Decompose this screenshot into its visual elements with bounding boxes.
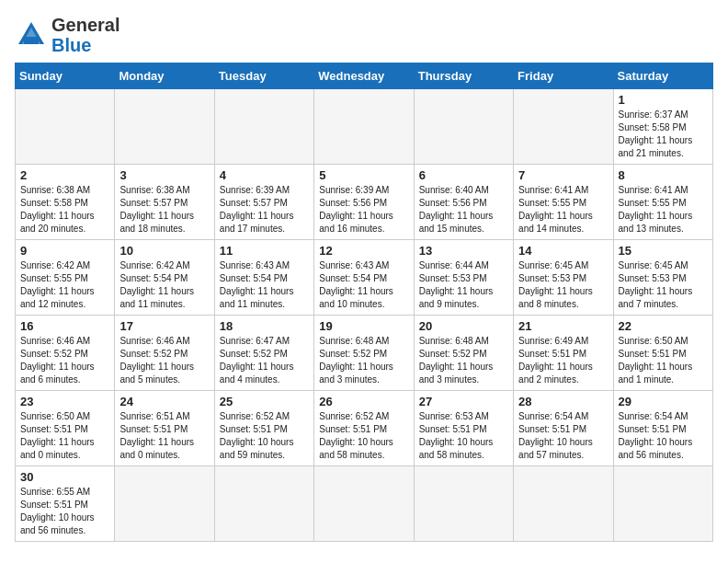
day-info: Sunrise: 6:37 AM Sunset: 5:58 PM Dayligh… (619, 109, 708, 160)
day-number: 8 (619, 168, 708, 182)
calendar-cell: 15Sunrise: 6:45 AM Sunset: 5:53 PM Dayli… (613, 240, 712, 316)
day-number: 16 (20, 319, 109, 333)
calendar-cell (514, 466, 613, 542)
calendar-header-row: SundayMondayTuesdayWednesdayThursdayFrid… (16, 63, 713, 89)
day-info: Sunrise: 6:46 AM Sunset: 5:52 PM Dayligh… (20, 335, 109, 386)
day-info: Sunrise: 6:43 AM Sunset: 5:54 PM Dayligh… (220, 259, 309, 311)
calendar-week-row: 9Sunrise: 6:42 AM Sunset: 5:55 PM Daylig… (16, 240, 713, 316)
calendar-week-row: 30Sunrise: 6:55 AM Sunset: 5:51 PM Dayli… (16, 466, 713, 542)
day-number: 19 (319, 319, 408, 333)
day-info: Sunrise: 6:39 AM Sunset: 5:57 PM Dayligh… (220, 184, 309, 236)
col-header-wednesday: Wednesday (314, 63, 414, 89)
day-number: 24 (119, 395, 209, 408)
calendar-week-row: 23Sunrise: 6:50 AM Sunset: 5:51 PM Dayli… (16, 391, 713, 466)
col-header-tuesday: Tuesday (214, 63, 313, 89)
day-number: 21 (518, 319, 608, 333)
day-number: 29 (619, 395, 708, 408)
day-info: Sunrise: 6:43 AM Sunset: 5:54 PM Dayligh… (319, 259, 408, 311)
day-number: 4 (220, 168, 309, 182)
day-info: Sunrise: 6:55 AM Sunset: 5:51 PM Dayligh… (20, 486, 109, 537)
calendar-cell: 19Sunrise: 6:48 AM Sunset: 5:52 PM Dayli… (314, 316, 414, 391)
day-number: 3 (119, 168, 209, 182)
logo-blue: Blue (51, 35, 91, 55)
day-info: Sunrise: 6:52 AM Sunset: 5:51 PM Dayligh… (319, 410, 408, 462)
calendar-cell: 4Sunrise: 6:39 AM Sunset: 5:57 PM Daylig… (214, 165, 313, 240)
calendar-cell (414, 466, 513, 542)
day-number: 6 (419, 168, 508, 182)
day-info: Sunrise: 6:53 AM Sunset: 5:51 PM Dayligh… (419, 410, 508, 462)
calendar-cell (314, 89, 414, 165)
calendar-cell: 7Sunrise: 6:41 AM Sunset: 5:55 PM Daylig… (514, 165, 613, 240)
day-info: Sunrise: 6:39 AM Sunset: 5:56 PM Dayligh… (319, 184, 408, 236)
calendar-cell (214, 466, 313, 542)
calendar-cell: 5Sunrise: 6:39 AM Sunset: 5:56 PM Daylig… (314, 165, 414, 240)
day-info: Sunrise: 6:51 AM Sunset: 5:51 PM Dayligh… (119, 410, 209, 462)
day-info: Sunrise: 6:45 AM Sunset: 5:53 PM Dayligh… (619, 259, 708, 311)
day-info: Sunrise: 6:47 AM Sunset: 5:52 PM Dayligh… (220, 335, 309, 386)
day-info: Sunrise: 6:42 AM Sunset: 5:55 PM Dayligh… (20, 259, 109, 311)
svg-rect-2 (24, 37, 39, 44)
calendar-cell: 13Sunrise: 6:44 AM Sunset: 5:53 PM Dayli… (414, 240, 513, 316)
calendar-cell (115, 466, 214, 542)
day-number: 2 (20, 168, 109, 182)
day-info: Sunrise: 6:49 AM Sunset: 5:51 PM Dayligh… (518, 335, 608, 386)
calendar-cell: 21Sunrise: 6:49 AM Sunset: 5:51 PM Dayli… (514, 316, 613, 391)
logo-general: General (51, 15, 119, 35)
day-info: Sunrise: 6:50 AM Sunset: 5:51 PM Dayligh… (619, 335, 708, 386)
page-header: General Blue (15, 15, 713, 55)
day-number: 10 (119, 244, 209, 258)
day-number: 20 (419, 319, 508, 333)
day-info: Sunrise: 6:38 AM Sunset: 5:57 PM Dayligh… (119, 184, 209, 236)
calendar-cell: 20Sunrise: 6:48 AM Sunset: 5:52 PM Dayli… (414, 316, 513, 391)
calendar-cell (214, 89, 313, 165)
calendar-cell: 9Sunrise: 6:42 AM Sunset: 5:55 PM Daylig… (16, 240, 115, 316)
calendar-cell: 24Sunrise: 6:51 AM Sunset: 5:51 PM Dayli… (115, 391, 214, 466)
calendar-cell: 22Sunrise: 6:50 AM Sunset: 5:51 PM Dayli… (613, 316, 712, 391)
day-info: Sunrise: 6:41 AM Sunset: 5:55 PM Dayligh… (619, 184, 708, 236)
calendar-cell (16, 89, 115, 165)
calendar-cell (414, 89, 513, 165)
day-info: Sunrise: 6:45 AM Sunset: 5:53 PM Dayligh… (518, 259, 608, 311)
calendar-cell: 8Sunrise: 6:41 AM Sunset: 5:55 PM Daylig… (613, 165, 712, 240)
calendar-cell: 16Sunrise: 6:46 AM Sunset: 5:52 PM Dayli… (16, 316, 115, 391)
logo-text: General Blue (51, 15, 119, 55)
day-number: 23 (20, 395, 109, 408)
day-info: Sunrise: 6:54 AM Sunset: 5:51 PM Dayligh… (518, 410, 608, 462)
calendar-cell: 18Sunrise: 6:47 AM Sunset: 5:52 PM Dayli… (214, 316, 313, 391)
col-header-thursday: Thursday (414, 63, 513, 89)
day-number: 17 (119, 319, 209, 333)
calendar-cell: 12Sunrise: 6:43 AM Sunset: 5:54 PM Dayli… (314, 240, 414, 316)
calendar-cell: 2Sunrise: 6:38 AM Sunset: 5:58 PM Daylig… (16, 165, 115, 240)
col-header-monday: Monday (115, 63, 214, 89)
calendar-cell (514, 89, 613, 165)
day-number: 5 (319, 168, 408, 182)
logo-icon (15, 18, 48, 52)
col-header-sunday: Sunday (16, 63, 115, 89)
calendar-week-row: 16Sunrise: 6:46 AM Sunset: 5:52 PM Dayli… (16, 316, 713, 391)
calendar-cell: 3Sunrise: 6:38 AM Sunset: 5:57 PM Daylig… (115, 165, 214, 240)
logo: General Blue (15, 15, 119, 55)
calendar-cell: 1Sunrise: 6:37 AM Sunset: 5:58 PM Daylig… (613, 89, 712, 165)
col-header-saturday: Saturday (613, 63, 712, 89)
day-number: 7 (518, 168, 608, 182)
day-info: Sunrise: 6:48 AM Sunset: 5:52 PM Dayligh… (319, 335, 408, 386)
calendar-cell: 30Sunrise: 6:55 AM Sunset: 5:51 PM Dayli… (16, 466, 115, 542)
day-info: Sunrise: 6:40 AM Sunset: 5:56 PM Dayligh… (419, 184, 508, 236)
day-info: Sunrise: 6:46 AM Sunset: 5:52 PM Dayligh… (119, 335, 209, 386)
day-info: Sunrise: 6:52 AM Sunset: 5:51 PM Dayligh… (220, 410, 309, 462)
calendar-week-row: 2Sunrise: 6:38 AM Sunset: 5:58 PM Daylig… (16, 165, 713, 240)
calendar-cell: 29Sunrise: 6:54 AM Sunset: 5:51 PM Dayli… (613, 391, 712, 466)
day-number: 30 (20, 470, 109, 484)
calendar-cell: 6Sunrise: 6:40 AM Sunset: 5:56 PM Daylig… (414, 165, 513, 240)
day-info: Sunrise: 6:44 AM Sunset: 5:53 PM Dayligh… (419, 259, 508, 311)
day-number: 1 (619, 93, 708, 107)
col-header-friday: Friday (514, 63, 613, 89)
calendar-cell: 14Sunrise: 6:45 AM Sunset: 5:53 PM Dayli… (514, 240, 613, 316)
day-number: 14 (518, 244, 608, 258)
day-info: Sunrise: 6:42 AM Sunset: 5:54 PM Dayligh… (119, 259, 209, 311)
calendar-cell: 28Sunrise: 6:54 AM Sunset: 5:51 PM Dayli… (514, 391, 613, 466)
calendar-table: SundayMondayTuesdayWednesdayThursdayFrid… (15, 63, 713, 542)
calendar-cell (115, 89, 214, 165)
day-info: Sunrise: 6:54 AM Sunset: 5:51 PM Dayligh… (619, 410, 708, 462)
day-number: 12 (319, 244, 408, 258)
